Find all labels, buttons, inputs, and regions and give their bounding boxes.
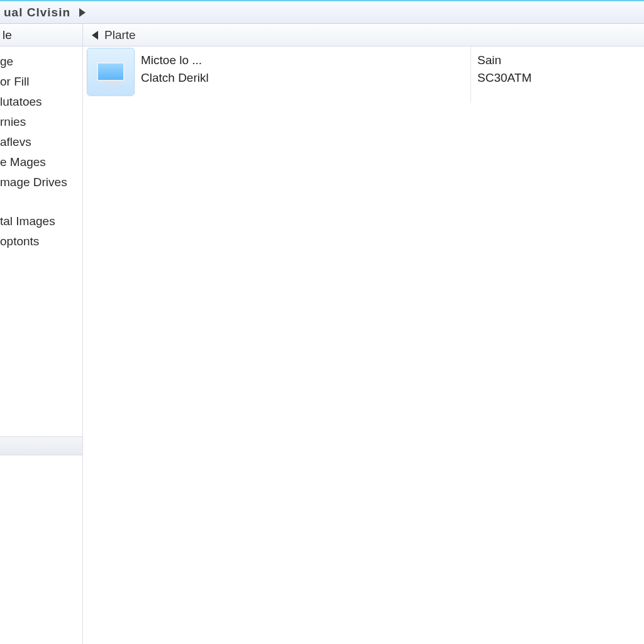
- sidebar-item[interactable]: [0, 352, 82, 358]
- sidebar-item[interactable]: e Mages: [0, 152, 82, 172]
- sidebar-item[interactable]: mage Drives: [0, 172, 82, 192]
- monitor-icon: [97, 62, 125, 81]
- toolbar-left-cell[interactable]: le: [0, 24, 83, 46]
- window-title: ual Clvisin: [4, 6, 70, 19]
- detail-line2: SC30ATM: [477, 69, 644, 87]
- sidebar-item[interactable]: ge: [0, 52, 82, 72]
- sidebar: ge or Fill lutatoes rnies aflevs e Mages…: [0, 47, 83, 644]
- sidebar-separator: [0, 436, 82, 455]
- item-line2: Clatch Derikl: [141, 69, 209, 87]
- spacer: [0, 192, 82, 211]
- chevron-right-icon[interactable]: [79, 8, 86, 17]
- detail-line1: Sain: [477, 52, 644, 69]
- window-titlebar: ual Clvisin: [0, 0, 644, 24]
- sidebar-item[interactable]: tal Images: [0, 211, 82, 231]
- item-details-column: Sain SC30ATM: [470, 47, 644, 103]
- breadcrumb[interactable]: Plarte: [83, 24, 145, 46]
- sidebar-item[interactable]: optonts: [0, 231, 82, 252]
- sidebar-item[interactable]: aflevs: [0, 132, 82, 152]
- computer-tile[interactable]: [87, 48, 135, 96]
- item-label[interactable]: Mictoe lo ... Clatch Derikl: [141, 52, 209, 86]
- sidebar-item[interactable]: rnies: [0, 112, 82, 132]
- chevron-left-icon[interactable]: [92, 31, 98, 40]
- breadcrumb-label: Plarte: [104, 28, 136, 42]
- toolbar-left-label: le: [3, 28, 12, 42]
- content-pane[interactable]: Mictoe lo ... Clatch Derikl Sain SC30ATM: [83, 47, 644, 644]
- spacer: [0, 252, 82, 352]
- sidebar-item[interactable]: or Fill: [0, 72, 82, 92]
- item-line1: Mictoe lo ...: [141, 52, 209, 69]
- sidebar-item[interactable]: lutatoes: [0, 92, 82, 112]
- toolbar: le Plarte: [0, 24, 644, 47]
- main-area: ge or Fill lutatoes rnies aflevs e Mages…: [0, 47, 644, 644]
